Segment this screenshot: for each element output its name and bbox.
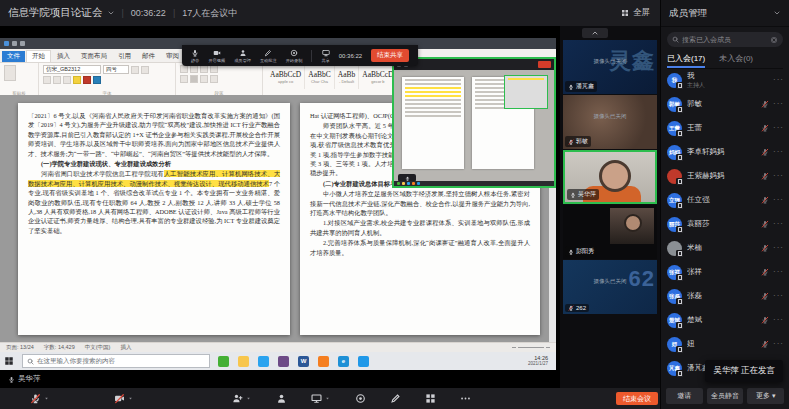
participant-row[interactable]: 王紫赫妈妈··· [661, 164, 789, 188]
zoom-track[interactable] [518, 347, 544, 348]
save-icon[interactable] [4, 41, 9, 46]
caret-down-icon[interactable] [43, 395, 50, 402]
invite-button[interactable]: 邀请 [666, 388, 703, 404]
video-tile-262[interactable]: 62摄像头已关闭262 [563, 260, 657, 314]
ribbon-tab-审阅[interactable]: 审阅 [161, 51, 184, 62]
grow-font-button[interactable] [131, 66, 139, 74]
ribbon-tab-开始[interactable]: 开始 [26, 50, 51, 62]
ribbon-tab-页面布局[interactable]: 页面布局 [76, 51, 112, 62]
align-left-button[interactable] [180, 75, 188, 83]
mic-muted-icon[interactable] [761, 172, 769, 180]
participant-row[interactable]: 丽莎袁丽莎··· [661, 212, 789, 236]
share-toolbar-record-button[interactable]: 开始录制 [286, 49, 303, 63]
shrink-font-button[interactable] [141, 66, 149, 74]
mic-muted-icon[interactable] [761, 268, 769, 276]
mic-muted-icon[interactable] [761, 340, 769, 348]
underline-button[interactable] [63, 76, 71, 84]
zoom-in-icon[interactable] [546, 347, 550, 348]
annotate-button[interactable] [390, 393, 401, 404]
tab-joined[interactable]: 已入会(17) [667, 49, 705, 68]
end-meeting-button[interactable]: 结束会议 [616, 392, 658, 405]
mute-all-button[interactable]: 全员静音 [707, 388, 744, 404]
more-icon[interactable]: ··· [773, 198, 784, 202]
end-share-button[interactable]: 结束共享 [371, 49, 409, 62]
collapse-strip-button[interactable] [582, 28, 608, 38]
redo-icon[interactable] [20, 41, 25, 46]
more-icon[interactable]: ··· [773, 318, 784, 322]
mic-muted-icon[interactable] [761, 100, 769, 108]
font-name-combo[interactable]: 仿宋_GB2312 [43, 65, 101, 74]
align-right-button[interactable] [200, 75, 208, 83]
start-button[interactable] [4, 356, 14, 366]
caret-down-icon[interactable] [245, 395, 252, 402]
invite-button[interactable] [232, 393, 252, 404]
align-center-button[interactable] [190, 75, 198, 83]
clear-search-icon[interactable] [770, 36, 778, 44]
participant-row[interactable]: 王蕾王蕾··· [661, 116, 789, 140]
participant-row[interactable]: 米楠··· [661, 236, 789, 260]
more-icon[interactable]: ··· [773, 174, 784, 178]
ribbon-tab-插入[interactable]: 插入 [52, 51, 75, 62]
more-icon[interactable]: ··· [773, 342, 784, 346]
more-icon[interactable]: ··· [773, 246, 784, 250]
share-screen-button[interactable] [311, 393, 331, 404]
highlight-color-button[interactable] [73, 76, 81, 84]
paste-button[interactable] [4, 65, 16, 81]
ribbon-tab-文件[interactable]: 文件 [2, 51, 25, 62]
style-gallery-item[interactable]: AaBb- Default [335, 65, 360, 89]
chevron-down-icon[interactable] [107, 9, 115, 17]
participant-row[interactable]: 张祥张祥··· [661, 260, 789, 284]
share-toolbar-members-button[interactable]: 成员管理 [234, 49, 251, 63]
participant-row[interactable]: 我我主持人··· [661, 68, 789, 92]
mic-muted-icon[interactable] [761, 244, 769, 252]
font-size-combo[interactable]: 四号 [103, 65, 129, 74]
more-icon[interactable]: ··· [773, 150, 784, 154]
share-screen-button[interactable]: 共享 [321, 49, 329, 63]
mic-muted-icon[interactable] [761, 220, 769, 228]
taskbar-app-qq[interactable] [358, 356, 369, 367]
video-tile-郭敏[interactable]: 摄像头已关闭郭敏 [563, 95, 657, 149]
camera-muted-button[interactable] [114, 393, 134, 404]
ribbon-tab-引用[interactable]: 引用 [113, 51, 136, 62]
share-preview-window[interactable] [392, 57, 556, 188]
zoom-out-icon[interactable] [512, 347, 516, 348]
participant-row[interactable]: 楚斌楚斌··· [661, 308, 789, 332]
style-gallery-item[interactable]: AaBbCChar Cha [305, 65, 335, 89]
share-toolbar-annotate-button[interactable]: 互动批注 [260, 49, 277, 63]
taskbar-app-edge[interactable]: e [338, 356, 349, 367]
video-tile-彭阳秀[interactable]: 彭阳秀 [563, 205, 657, 259]
mic-muted-icon[interactable] [761, 148, 769, 156]
mic-muted-icon[interactable] [761, 316, 769, 324]
caret-down-icon[interactable] [127, 395, 134, 402]
stop-share-button[interactable] [538, 61, 551, 68]
justify-button[interactable] [210, 75, 218, 83]
more-icon[interactable]: ··· [773, 294, 784, 298]
taskbar-app-explorer[interactable] [238, 356, 249, 367]
ribbon-tab-邮件[interactable]: 邮件 [137, 51, 160, 62]
participant-row[interactable]: 妈妈李卓轩妈妈··· [661, 140, 789, 164]
chevron-down-icon[interactable] [773, 9, 781, 17]
mic-muted-icon[interactable] [761, 292, 769, 300]
caret-down-icon[interactable] [324, 395, 331, 402]
participant-row[interactable]: 郭敏郭敏··· [661, 92, 789, 116]
layout-grid-button[interactable] [425, 393, 436, 404]
taskbar-app-mail[interactable] [258, 356, 269, 367]
taskbar-app-photos[interactable] [278, 356, 289, 367]
more-icon[interactable]: ··· [773, 222, 784, 226]
zoom-slider[interactable] [512, 347, 550, 348]
font-color-button[interactable] [83, 76, 91, 84]
mic-muted-button[interactable] [30, 393, 50, 404]
mic-muted-icon[interactable] [761, 196, 769, 204]
style-gallery-item[interactable]: AaBbCcDapple co [267, 65, 305, 89]
undo-icon[interactable] [12, 41, 17, 46]
more-icon[interactable]: ··· [773, 78, 784, 82]
fullscreen-button[interactable]: 全屏 [621, 0, 650, 26]
outdent-button[interactable] [210, 65, 218, 73]
taskbar-app-word[interactable]: W [298, 356, 309, 367]
mic-muted-icon[interactable] [761, 124, 769, 132]
participant-row[interactable]: 张磊张磊··· [661, 284, 789, 308]
video-tile-吴华萍[interactable]: 吴华萍 [563, 150, 657, 204]
participant-row[interactable]: 立强任立强··· [661, 188, 789, 212]
italic-button[interactable] [53, 76, 61, 84]
taskbar-search[interactable]: 在这里输入你要搜索的内容 [22, 354, 210, 368]
